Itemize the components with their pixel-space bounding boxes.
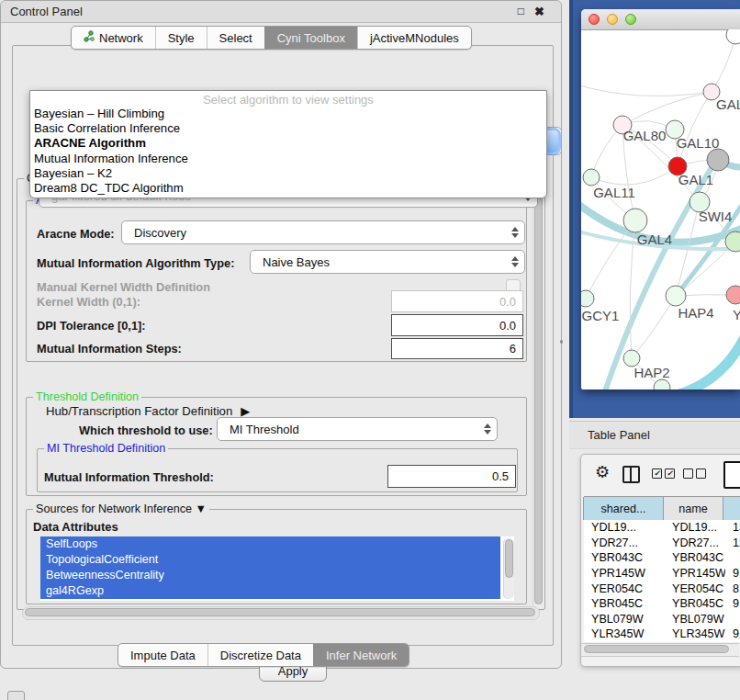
tab-discretize-data[interactable]: Discretize Data: [207, 644, 313, 666]
close-traffic-light-icon[interactable]: [589, 14, 600, 25]
network-glyph-icon: [84, 30, 95, 45]
dpi-tolerance-input[interactable]: 0.0: [391, 314, 523, 336]
network-node-gal11[interactable]: [583, 169, 600, 186]
network-node-label: GAL10: [677, 135, 720, 151]
tab-style[interactable]: Style: [155, 27, 207, 49]
network-edge: [581, 85, 712, 96]
algorithm-option[interactable]: Bayesian – Hill Climbing: [30, 107, 546, 121]
network-window-titlebar[interactable]: [581, 9, 740, 30]
mi-steps-input[interactable]: 6: [391, 338, 523, 359]
attribute-item[interactable]: BetweennessCentrality: [40, 568, 500, 583]
application-root: Control Panel □ ✖ NetworkStyleSelectCyni…: [0, 0, 740, 700]
table-row[interactable]: YBR043CYBR043C: [584, 550, 740, 566]
export-table-icon[interactable]: [723, 461, 740, 489]
algorithm-option[interactable]: Bayesian – K2: [30, 166, 546, 181]
tab-jactivemnodules[interactable]: jActiveMNodules: [357, 27, 471, 49]
network-node-hap4[interactable]: [666, 286, 686, 306]
mi-type-combobox[interactable]: Naive Bayes: [250, 250, 525, 274]
which-threshold-label: Which threshold to use:: [79, 423, 213, 437]
table-hscrollbar[interactable]: [581, 643, 739, 657]
table-cell: YBL079W: [584, 613, 665, 626]
table-row[interactable]: YER054CYER054C8.: [584, 581, 740, 596]
table-row[interactable]: YBL079WYBL079W: [584, 612, 740, 627]
tab-select[interactable]: Select: [207, 27, 264, 49]
mi-type-label: Mutual Information Algorithm Type:: [37, 256, 234, 270]
network-node-label: HAP2: [633, 365, 669, 380]
minimized-panel-icon[interactable]: [7, 691, 25, 700]
table-row[interactable]: YLR345WYLR345W9.: [584, 627, 740, 642]
network-node-gal4[interactable]: [623, 209, 647, 232]
panel-splitter-handle[interactable]: [560, 340, 563, 344]
attribute-item[interactable]: gal4RGexp: [40, 583, 500, 599]
data-attributes-list: SelfLoopsTopologicalCoefficientBetweenne…: [40, 536, 514, 601]
tab-network[interactable]: Network: [72, 27, 155, 49]
tab-impute-data[interactable]: Impute Data: [118, 644, 207, 666]
table-cell: 12: [725, 536, 740, 549]
algorithm-option[interactable]: ARACNE Algorithm: [30, 136, 546, 151]
network-canvas[interactable]: GALGAL80GAL10GAL1GAL11SWI4GAL4GCY1HAP4YH…: [581, 29, 740, 390]
table-row[interactable]: YDR27...YDR27...12: [584, 536, 740, 551]
sources-title-text: Sources for Network Inference: [36, 502, 192, 515]
table-hscrollbar-thumb[interactable]: [584, 645, 729, 653]
algorithm-option[interactable]: Dream8 DC_TDC Algorithm: [30, 181, 546, 196]
zoom-traffic-light-icon[interactable]: [625, 14, 636, 25]
mi-type-value: Naive Bayes: [263, 255, 330, 269]
network-node[interactable]: [707, 149, 729, 171]
column-header-a[interactable]: A: [723, 497, 740, 520]
column-header-name[interactable]: name: [663, 497, 723, 520]
gear-icon[interactable]: ⚙: [595, 462, 610, 482]
network-edge: [622, 92, 712, 125]
column-header-shared[interactable]: shared...: [583, 497, 664, 520]
deselect-all-checks-icon[interactable]: [683, 469, 706, 479]
settings-scrollbar[interactable]: [533, 180, 544, 608]
network-window[interactable]: GALGAL80GAL10GAL1GAL11SWI4GAL4GCY1HAP4YH…: [581, 9, 740, 390]
float-window-icon[interactable]: □: [518, 5, 524, 17]
minimize-traffic-light-icon[interactable]: [607, 14, 618, 25]
aracne-mode-combobox[interactable]: Discovery: [121, 220, 525, 244]
table-row[interactable]: YBR045CYBR045C9.: [584, 596, 740, 612]
network-node[interactable]: [726, 29, 740, 44]
close-window-icon[interactable]: ✖: [534, 5, 544, 18]
settings-hscrollbar-thumb[interactable]: [25, 608, 535, 616]
dpi-tolerance-label: DPI Tolerance [0,1]:: [37, 319, 146, 333]
tab-infer-network[interactable]: Infer Network: [313, 644, 409, 666]
tab-label: Discretize Data: [220, 649, 301, 662]
control-panel-titlebar: Control Panel □ ✖: [1, 1, 561, 23]
kernel-width-input[interactable]: 0.0: [391, 290, 523, 312]
attribute-item[interactable]: TopologicalCoefficient: [40, 552, 500, 568]
tab-cyni-toolbox[interactable]: Cyni Toolbox: [264, 27, 357, 49]
table-row[interactable]: YPR145WYPR145W9.: [584, 566, 740, 581]
attributes-scrollbar-thumb[interactable]: [505, 539, 513, 578]
mi-threshold-input[interactable]: 0.5: [387, 465, 516, 488]
network-node-label: Y: [733, 307, 740, 322]
attribute-item[interactable]: SelfLoops: [40, 536, 500, 552]
network-view-panel: GALGAL80GAL10GAL1GAL11SWI4GAL4GCY1HAP4YH…: [569, 0, 740, 418]
collapse-arrow-icon[interactable]: ▼: [196, 502, 207, 515]
settings-scrollbar-thumb[interactable]: [534, 182, 543, 604]
settings-hscrollbar[interactable]: [22, 606, 540, 620]
cyni-toolbox-content: gal-filtered sif default node Select alg…: [12, 45, 554, 646]
table-row[interactable]: YDL19...YDL19...13: [584, 520, 740, 536]
select-all-checks-icon[interactable]: ✓✓: [652, 469, 675, 479]
network-node-y[interactable]: [726, 286, 740, 304]
which-threshold-value: MI Threshold: [230, 423, 299, 436]
kernel-width-label: Kernel Width (0,1):: [37, 295, 140, 309]
network-node[interactable]: [654, 379, 670, 390]
attributes-scrollbar[interactable]: [503, 538, 514, 599]
table-cell: YLR345W: [665, 627, 725, 640]
table-cell: 9.: [725, 597, 740, 610]
table-cell: YPR145W: [665, 567, 725, 580]
network-node-label: GAL11: [593, 185, 635, 200]
top-tabs: NetworkStyleSelectCyni ToolboxjActiveMNo…: [71, 26, 472, 50]
network-node-label: HAP4: [678, 305, 713, 321]
algorithm-option[interactable]: Basic Correlation Inference: [30, 121, 546, 136]
network-edge: [591, 166, 678, 185]
node-table-rows: YDL19...YDL19...13YDR27...YDR27...12YBR0…: [584, 520, 740, 642]
network-node-gcy1[interactable]: [581, 290, 594, 307]
tab-label: jActiveMNodules: [370, 31, 459, 45]
network-node-label: GAL: [716, 96, 740, 112]
which-threshold-combobox[interactable]: MI Threshold: [217, 417, 498, 441]
tab-label: Cyni Toolbox: [277, 31, 345, 45]
columns-icon[interactable]: [622, 466, 640, 483]
algorithm-option[interactable]: Mutual Information Inference: [30, 152, 546, 166]
